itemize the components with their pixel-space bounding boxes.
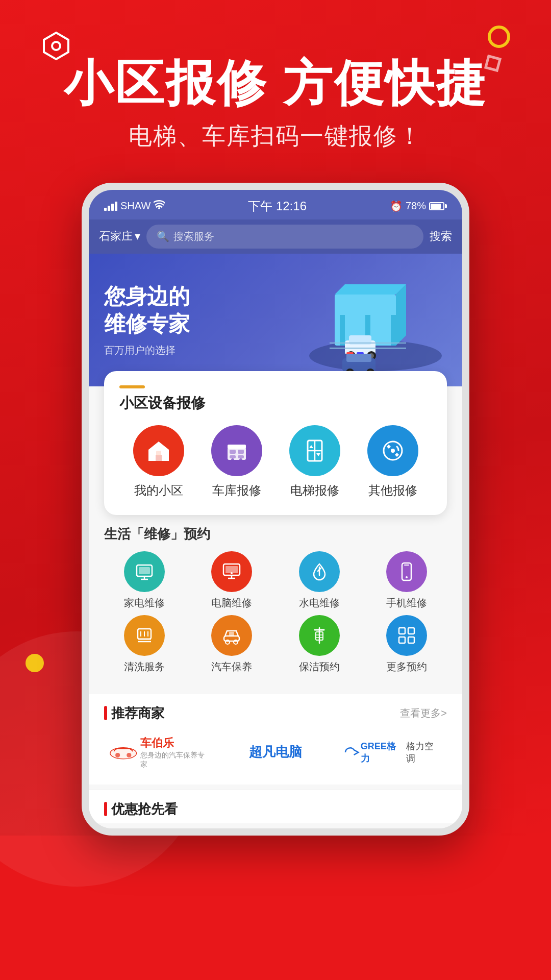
svg-rect-21 <box>357 352 364 354</box>
svg-rect-5 <box>340 315 345 346</box>
card-accent-line <box>119 385 145 388</box>
next-section-title: 优惠抢先看 <box>104 800 447 818</box>
other-repair-item[interactable]: 其他报修 <box>360 425 426 499</box>
car-care-label: 汽车保养 <box>211 660 252 674</box>
next-section-teaser: 优惠抢先看 <box>89 790 462 823</box>
city-name: 石家庄 <box>99 229 133 244</box>
cleaning-item[interactable]: 清洗服务 <box>104 615 185 674</box>
svg-rect-29 <box>230 455 236 458</box>
search-button[interactable]: 搜索 <box>430 229 452 244</box>
cleaning-label: 清洗服务 <box>124 660 165 674</box>
chaofan-logo[interactable]: 超凡电脑 <box>222 738 330 766</box>
phone-repair-label: 手机维修 <box>386 596 427 610</box>
computer-item[interactable]: 电脑维修 <box>192 551 272 610</box>
svg-point-68 <box>115 753 120 757</box>
banner-title: 您身边的维修专家 <box>104 283 190 338</box>
svg-rect-63 <box>399 628 405 634</box>
life-services-title: 生活「维修」预约 <box>104 515 447 551</box>
garage-repair-item[interactable]: 车库报修 <box>204 425 270 499</box>
chelele-logo[interactable]: 车伯乐 您身边的汽车保养专家 <box>104 730 212 774</box>
signal-bar-1 <box>104 208 107 211</box>
svg-rect-64 <box>408 628 414 634</box>
phone-repair-icon <box>386 551 427 592</box>
status-bar: SHAW 下午 12:16 ⏰ 78% <box>89 190 462 219</box>
appliance-item[interactable]: 家电维修 <box>104 551 185 610</box>
signal-bars <box>104 202 117 211</box>
my-community-item[interactable]: 我的小区 <box>126 425 192 499</box>
search-icon: 🔍 <box>157 230 169 242</box>
city-selector[interactable]: 石家庄 ▾ <box>99 229 140 244</box>
elevator-repair-icon <box>289 425 340 476</box>
life-services-grid-row2: 清洗服务 <box>104 615 447 674</box>
banner-text: 您身边的维修专家 百万用户的选择 <box>104 283 190 357</box>
svg-rect-24 <box>156 451 161 456</box>
appliance-icon <box>124 551 165 592</box>
battery-percent: 78% <box>406 200 426 212</box>
phone-mockup: SHAW 下午 12:16 ⏰ 78% <box>82 183 469 836</box>
gree-logo[interactable]: GREE格力 格力空调 <box>339 735 447 770</box>
svg-marker-4 <box>396 284 406 346</box>
svg-rect-20 <box>346 352 354 354</box>
svg-rect-27 <box>230 450 236 454</box>
my-community-label: 我的小区 <box>134 482 183 499</box>
view-more-link[interactable]: 查看更多> <box>400 706 447 720</box>
phone-wrapper: SHAW 下午 12:16 ⏰ 78% <box>31 183 520 836</box>
dropdown-arrow: ▾ <box>135 230 140 243</box>
carrier-name: SHAW <box>120 200 151 212</box>
water-electric-icon <box>299 551 340 592</box>
equipment-repair-title: 小区设备报修 <box>119 394 432 413</box>
garage-repair-label: 车库报修 <box>212 482 261 499</box>
svg-rect-39 <box>139 567 150 574</box>
svg-point-37 <box>391 449 395 453</box>
other-repair-label: 其他报修 <box>368 482 417 499</box>
svg-point-67 <box>110 747 137 758</box>
hero-title: 小区报修 方便快捷 <box>31 56 520 110</box>
signal-area: SHAW <box>104 200 165 212</box>
equipment-repair-grid: 我的小区 <box>119 425 432 499</box>
svg-point-32 <box>239 458 242 461</box>
car-care-item[interactable]: 汽车保养 <box>192 615 272 674</box>
svg-rect-43 <box>226 566 238 573</box>
merchants-section: 推荐商家 查看更多> <box>89 694 462 785</box>
appliance-label: 家电维修 <box>124 596 165 610</box>
svg-point-69 <box>127 753 131 757</box>
computer-icon <box>211 551 252 592</box>
more-item[interactable]: 更多预约 <box>367 615 447 674</box>
svg-point-46 <box>231 572 233 574</box>
phone-banner: 您身边的维修专家 百万用户的选择 <box>89 254 462 386</box>
signal-bar-3 <box>111 204 114 211</box>
svg-rect-7 <box>391 315 396 346</box>
garage-repair-icon <box>211 425 262 476</box>
water-electric-label: 水电维修 <box>299 596 340 610</box>
svg-point-31 <box>231 458 234 461</box>
svg-rect-59 <box>229 632 234 636</box>
cleaning-icon <box>124 615 165 656</box>
computer-label: 电脑维修 <box>211 596 252 610</box>
banner-subtitle: 百万用户的选择 <box>104 344 190 357</box>
svg-rect-66 <box>408 637 414 643</box>
svg-rect-65 <box>399 637 405 643</box>
cleaning-appt-item[interactable]: 保洁预约 <box>279 615 360 674</box>
more-label: 更多预约 <box>386 660 427 674</box>
svg-point-0 <box>52 42 60 50</box>
svg-rect-26 <box>228 445 246 449</box>
signal-bar-4 <box>115 202 117 211</box>
my-community-icon <box>133 425 184 476</box>
banner-illustration <box>289 254 462 386</box>
phone-time: 下午 12:16 <box>248 198 307 214</box>
hero-section: 小区报修 方便快捷 电梯、车库扫码一键报修！ SHAW <box>0 0 551 836</box>
elevator-repair-item[interactable]: 电梯报修 <box>282 425 348 499</box>
battery-icon <box>429 202 447 210</box>
other-repair-icon <box>367 425 418 476</box>
phone-repair-item[interactable]: 手机维修 <box>367 551 447 610</box>
svg-rect-28 <box>238 450 244 454</box>
search-input-box[interactable]: 🔍 搜索服务 <box>146 225 423 249</box>
water-electric-item[interactable]: 水电维修 <box>279 551 360 610</box>
search-placeholder: 搜索服务 <box>173 230 214 243</box>
hero-subtitle: 电梯、车库扫码一键报修！ <box>31 120 520 152</box>
signal-bar-2 <box>108 206 110 211</box>
battery-area: ⏰ 78% <box>390 200 447 212</box>
life-services-grid-row1: 家电维修 <box>104 551 447 610</box>
svg-rect-15 <box>346 354 371 362</box>
svg-point-49 <box>406 576 408 578</box>
